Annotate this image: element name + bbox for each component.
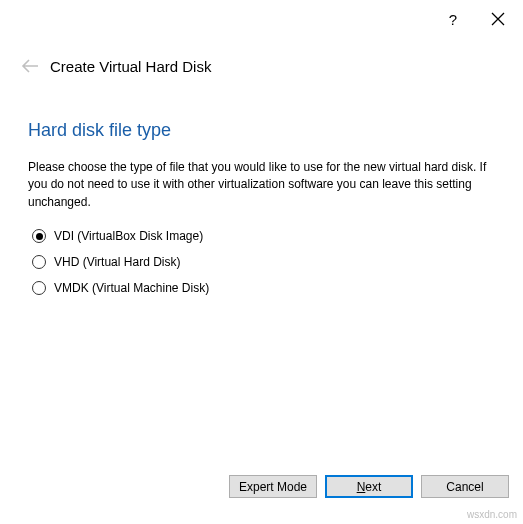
option-label: VDI (VirtualBox Disk Image) bbox=[54, 229, 203, 243]
wizard-title: Create Virtual Hard Disk bbox=[50, 58, 211, 75]
page-heading: Hard disk file type bbox=[28, 120, 495, 141]
back-arrow-icon bbox=[20, 56, 40, 76]
page-description: Please choose the type of file that you … bbox=[28, 159, 495, 211]
option-vhd[interactable]: VHD (Virtual Hard Disk) bbox=[32, 255, 495, 269]
watermark: wsxdn.com bbox=[467, 509, 517, 520]
file-type-options: VDI (VirtualBox Disk Image) VHD (Virtual… bbox=[28, 229, 495, 295]
help-icon[interactable]: ? bbox=[449, 12, 457, 27]
option-vdi[interactable]: VDI (VirtualBox Disk Image) bbox=[32, 229, 495, 243]
option-label: VMDK (Virtual Machine Disk) bbox=[54, 281, 209, 295]
close-icon[interactable] bbox=[491, 12, 505, 26]
cancel-button[interactable]: Cancel bbox=[421, 475, 509, 498]
expert-mode-button[interactable]: Expert Mode bbox=[229, 475, 317, 498]
next-button[interactable]: Next bbox=[325, 475, 413, 498]
option-label: VHD (Virtual Hard Disk) bbox=[54, 255, 180, 269]
radio-icon bbox=[32, 229, 46, 243]
radio-icon bbox=[32, 281, 46, 295]
radio-icon bbox=[32, 255, 46, 269]
option-vmdk[interactable]: VMDK (Virtual Machine Disk) bbox=[32, 281, 495, 295]
